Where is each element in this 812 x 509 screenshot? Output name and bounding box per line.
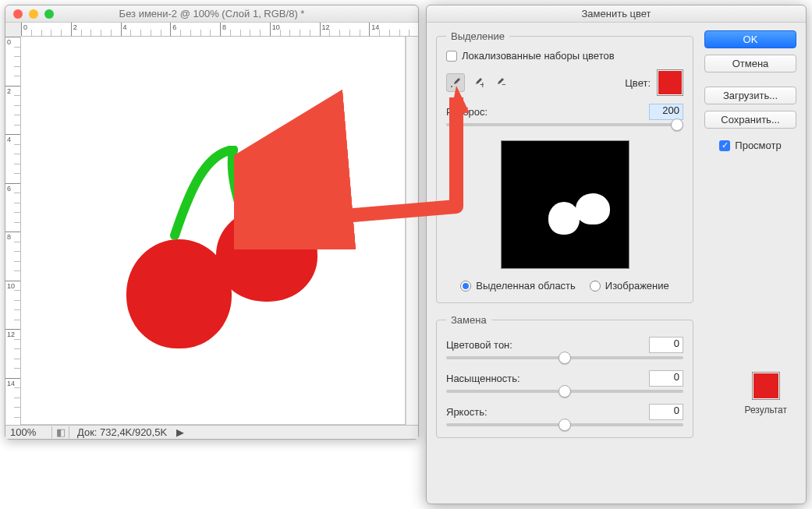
titlebar[interactable]: Без имени-2 @ 100% (Слой 1, RGB/8) * — [5, 5, 418, 23]
cancel-button[interactable]: Отмена — [704, 55, 796, 72]
radio-selection[interactable] — [460, 281, 471, 292]
document-window: Без имени-2 @ 100% (Слой 1, RGB/8) * 024… — [5, 5, 419, 440]
eyedropper-plus-button[interactable]: + — [468, 73, 487, 92]
hue-slider[interactable] — [446, 356, 683, 359]
saturation-input[interactable]: 0 — [649, 370, 683, 387]
status-icon[interactable]: ◧ — [52, 426, 69, 438]
localized-label: Локализованные наборы цветов — [462, 50, 615, 62]
radio-selection-label: Выделенная область — [476, 280, 576, 292]
canvas[interactable] — [21, 37, 406, 425]
fuzziness-slider[interactable] — [446, 123, 683, 126]
selection-legend: Выделение — [446, 30, 509, 42]
replace-legend: Замена — [446, 314, 491, 326]
result-block: Результат — [744, 372, 787, 415]
ruler-horizontal[interactable]: 0246810121416 — [21, 23, 418, 37]
eyedropper-minus-icon: − — [493, 76, 505, 89]
load-button[interactable]: Загрузить... — [704, 87, 796, 104]
chevron-right-icon[interactable]: ▶ — [175, 426, 186, 438]
eyedropper-plus-icon: + — [471, 76, 484, 89]
selection-color-swatch[interactable] — [657, 69, 683, 96]
save-button[interactable]: Сохранить... — [704, 111, 796, 129]
radio-image-label: Изображение — [605, 280, 669, 292]
ok-button[interactable]: OK — [704, 30, 796, 48]
eyedropper-minus-button[interactable]: − — [490, 73, 509, 92]
result-color-swatch[interactable] — [752, 372, 780, 400]
document-size: Док: 732,4K/920,5K — [69, 426, 175, 438]
zoom-level[interactable]: 100% — [5, 426, 52, 438]
window-title: Без имени-2 @ 100% (Слой 1, RGB/8) * — [5, 8, 418, 19]
saturation-label: Насыщенность: — [446, 373, 532, 384]
svg-text:+: + — [480, 79, 484, 89]
selection-group: Выделение Локализованные наборы цветов + — [436, 30, 693, 303]
localized-checkbox[interactable] — [446, 51, 457, 62]
fuzziness-label: Разброс: — [446, 106, 532, 118]
fuzziness-input[interactable]: 200 — [649, 104, 683, 120]
saturation-slider[interactable] — [446, 390, 683, 393]
lightness-input[interactable]: 0 — [649, 404, 683, 420]
eyedropper-icon — [449, 76, 462, 89]
svg-point-0 — [451, 86, 452, 87]
cherry-left — [126, 239, 232, 348]
artwork — [21, 37, 405, 424]
replace-group: Замена Цветовой тон: 0 Насыщенность: 0 Я… — [436, 314, 693, 438]
svg-text:−: − — [502, 79, 505, 89]
preview-checkbox[interactable]: ✓ — [719, 140, 730, 151]
status-bar: 100% ◧ Док: 732,4K/920,5K ▶ — [5, 425, 418, 439]
lightness-slider[interactable] — [446, 423, 683, 426]
replace-color-dialog: Заменить цвет Выделение Локализованные н… — [426, 5, 807, 504]
hue-input[interactable]: 0 — [649, 337, 683, 353]
eyedropper-button[interactable] — [446, 73, 465, 92]
ruler-vertical[interactable]: 0246810121416 — [5, 37, 21, 425]
dialog-title[interactable]: Заменить цвет — [427, 5, 806, 23]
preview-label: Просмотр — [735, 140, 781, 151]
lightness-label: Яркость: — [446, 406, 532, 418]
selection-preview[interactable] — [501, 140, 629, 269]
scrollbar-vertical[interactable] — [406, 37, 418, 425]
radio-image[interactable] — [590, 281, 601, 292]
color-label: Цвет: — [625, 77, 651, 89]
hue-label: Цветовой тон: — [446, 339, 532, 351]
result-label: Результат — [744, 405, 787, 415]
